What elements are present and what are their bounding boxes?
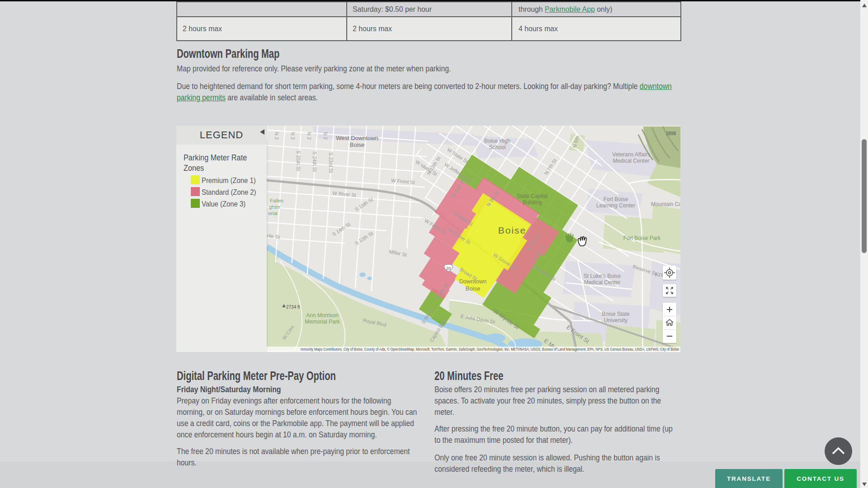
- svg-text:Medical Center: Medical Center: [613, 158, 650, 164]
- svg-text:Boise High: Boise High: [484, 138, 510, 144]
- svg-text:2898: 2898: [666, 131, 676, 136]
- svg-text:S 23rd St: S 23rd St: [328, 152, 334, 173]
- svg-text:Boise: Boise: [498, 225, 527, 235]
- svg-text:Boise: Boise: [466, 285, 481, 292]
- svg-text:N 2: N 2: [307, 132, 312, 140]
- svg-text:N 2: N 2: [290, 132, 296, 140]
- svg-text:Fallen: Fallen: [270, 198, 283, 203]
- svg-text:School: School: [489, 144, 506, 150]
- svg-text:S 25th St: S 25th St: [296, 150, 301, 171]
- svg-text:Fort Boise Park: Fort Boise Park: [623, 235, 661, 241]
- svg-text:S 24th St: S 24th St: [312, 151, 317, 172]
- svg-text:2734 ft: 2734 ft: [286, 305, 300, 310]
- svg-text:West Downtown: West Downtown: [336, 135, 378, 141]
- svg-text:orial: orial: [268, 211, 278, 216]
- svg-text:Ann Morrison: Ann Morrison: [306, 312, 338, 319]
- svg-text:Veterans Affairs: Veterans Affairs: [612, 151, 650, 158]
- svg-text:Building: Building: [523, 199, 542, 206]
- svg-text:University: University: [604, 317, 628, 324]
- svg-text:N 2: N 2: [274, 132, 279, 140]
- svg-text:St Luke's Boise: St Luke's Boise: [584, 273, 621, 279]
- svg-text:Memorial Park: Memorial Park: [305, 319, 340, 325]
- svg-text:Fort Boise: Fort Boise: [604, 196, 628, 202]
- svg-text:N 2: N 2: [323, 132, 328, 140]
- svg-text:Medical Center: Medical Center: [584, 279, 621, 286]
- svg-text:Boise: Boise: [350, 141, 365, 148]
- svg-text:Mountain Cove: Mountain Cove: [651, 201, 680, 207]
- svg-text:20: 20: [446, 266, 451, 271]
- svg-text:Learning Center: Learning Center: [596, 202, 635, 209]
- svg-text:Boise State: Boise State: [602, 311, 630, 317]
- svg-text:State Capital: State Capital: [517, 193, 548, 199]
- svg-text:ghter: ghter: [269, 204, 280, 210]
